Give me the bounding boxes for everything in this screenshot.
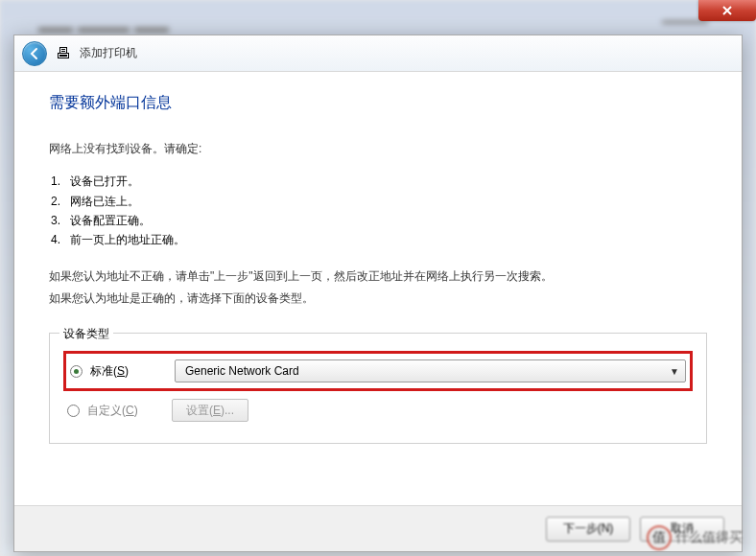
wizard-title: 添加打印机 — [80, 45, 137, 61]
device-type-fieldset: 设备类型 标准(S) Generic Network Card ▼ 自定义(C)… — [49, 333, 707, 444]
close-icon — [721, 5, 733, 16]
fieldset-legend: 设备类型 — [59, 326, 113, 342]
printer-icon: 🖶 — [55, 45, 72, 62]
checklist-item: 前一页上的地址正确。 — [49, 230, 707, 249]
settings-button: 设置(E)... — [172, 399, 248, 422]
wizard-content: 需要额外端口信息 网络上没有找到设备。请确定: 设备已打开。 网络已连上。 设备… — [14, 72, 742, 465]
intro-text: 网络上没有找到设备。请确定: — [49, 140, 707, 158]
standard-radio[interactable] — [70, 365, 83, 378]
dropdown-value: Generic Network Card — [185, 364, 299, 378]
next-button[interactable]: 下一步(N) — [546, 517, 630, 542]
close-button[interactable] — [698, 0, 756, 21]
checklist-item: 网络已连上。 — [49, 192, 707, 211]
wizard-header: 🖶 添加打印机 — [14, 35, 742, 72]
custom-radio-row[interactable]: 自定义(C) 设置(E)... — [63, 391, 693, 429]
checklist-item: 设备配置正确。 — [49, 211, 707, 230]
chevron-down-icon: ▼ — [670, 366, 679, 377]
checklist-item: 设备已打开。 — [49, 172, 707, 191]
watermark-logo-icon: 值 — [647, 525, 672, 550]
device-type-dropdown[interactable]: Generic Network Card ▼ — [175, 359, 686, 382]
wizard-footer: 下一步(N) 取消 — [14, 505, 742, 551]
custom-radio[interactable] — [67, 405, 80, 417]
back-button[interactable] — [22, 41, 47, 66]
back-arrow-icon — [28, 47, 41, 60]
wizard-window: 🖶 添加打印机 需要额外端口信息 网络上没有找到设备。请确定: 设备已打开。 网… — [13, 35, 743, 552]
standard-radio-label: 标准(S) — [90, 363, 167, 380]
page-heading: 需要额外端口信息 — [49, 93, 707, 113]
checklist: 设备已打开。 网络已连上。 设备配置正确。 前一页上的地址正确。 — [49, 172, 707, 250]
help-text-2: 如果您认为地址是正确的，请选择下面的设备类型。 — [49, 290, 707, 308]
watermark-text: 什么值得买 — [675, 529, 743, 546]
custom-radio-label: 自定义(C) — [87, 403, 164, 419]
watermark: 值 什么值得买 — [647, 525, 743, 550]
help-text-1: 如果您认为地址不正确，请单击"上一步"返回到上一页，然后改正地址并在网络上执行另… — [49, 267, 707, 286]
standard-radio-row[interactable]: 标准(S) Generic Network Card ▼ — [63, 351, 693, 391]
